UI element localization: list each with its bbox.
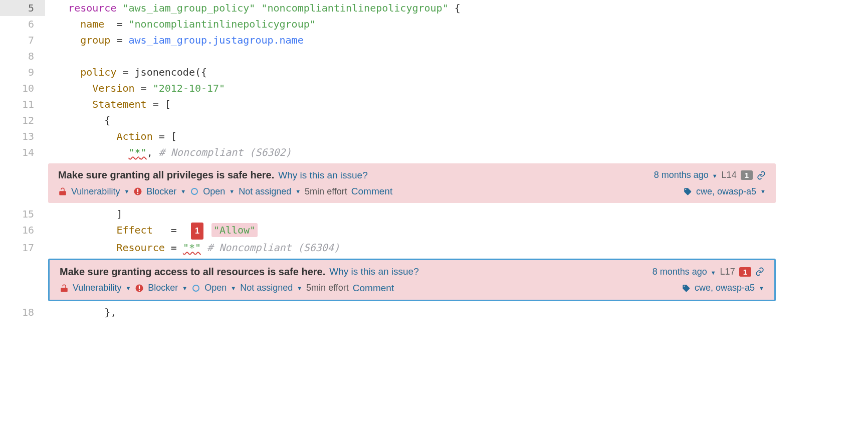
code-content: Action = [ [45,128,868,144]
permalink-icon[interactable] [757,171,766,180]
issue-comment-link[interactable]: Comment [353,283,394,294]
code-line: 5 resource "aws_iam_group_policy" "nonco… [0,0,868,16]
chevron-down-icon: ▼ [125,285,131,291]
line-number: 18 [0,304,45,320]
svg-rect-2 [137,193,138,194]
code-content: policy = jsonencode({ [45,64,868,80]
line-number: 15 [0,206,45,222]
permalink-icon[interactable] [755,267,764,276]
svg-point-7 [193,285,199,291]
token-string: "*" [129,146,147,158]
open-status-icon [191,284,200,293]
line-number: 7 [0,32,45,48]
chevron-down-icon: ▼ [295,188,301,194]
code-content: "*", # Noncompliant (S6302) [45,144,868,160]
unlock-icon [58,187,67,196]
code-content: name = "noncompliantinlinepolicygroup" [45,16,868,32]
issue-assignee-dropdown[interactable]: Not assigned▼ [240,283,302,293]
issue-meta-row: Vulnerability▼ Blocker▼ Open▼ Not assign… [58,186,766,197]
chevron-down-icon: ▼ [712,173,718,179]
svg-rect-1 [137,189,138,192]
issue-header-row: Make sure granting access to all resourc… [60,266,764,278]
code-line: 7 group = aws_iam_group.justagroup.name [0,32,868,48]
issue-severity-dropdown[interactable]: Blocker▼ [146,186,186,197]
code-line: 15 ] [0,206,868,222]
issue-line: L14 [722,170,737,180]
token-string: "*" [183,242,201,254]
code-line: 12 { [0,112,868,128]
code-line: 10 Version = "2012-10-17" [0,80,868,96]
token-keyword: resource [68,2,116,14]
svg-rect-6 [139,290,140,291]
issue-meta-row: Vulnerability▼ Blocker▼ Open▼ Not assign… [60,283,764,294]
blocker-icon [135,284,144,293]
code-line: 11 Statement = [ [0,96,868,112]
issue-status-dropdown[interactable]: Open▼ [203,186,235,197]
token-attr: Action [116,130,152,142]
line-number: 5 [0,0,45,16]
issue-why-link[interactable]: Why is this an issue? [329,266,418,277]
code-line: 17 Resource = "*" # Noncompliant (S6304) [0,240,868,256]
issue-severity-dropdown[interactable]: Blocker▼ [148,283,187,293]
code-line: 16 Effect = 1 "Allow" [0,222,868,240]
issue-box[interactable]: Make sure granting all privileges is saf… [48,163,776,203]
line-number: 12 [0,112,45,128]
token-comment: # Noncompliant (S6302) [159,146,292,158]
chevron-down-icon: ▼ [182,285,187,291]
token-attr: name [80,18,104,30]
token-string: "noncompliantinlinepolicygroup" [129,18,316,30]
token-brace: { [449,2,461,14]
chevron-down-icon: ▼ [759,285,764,291]
token-comment: # Noncompliant (S6304) [207,242,340,254]
issue-why-link[interactable]: Why is this an issue? [278,170,367,181]
code-content: Version = "2012-10-17" [45,80,868,96]
line-number: 16 [0,222,45,238]
issue-type-dropdown[interactable]: Vulnerability▼ [73,283,131,293]
chevron-down-icon: ▼ [297,285,302,291]
issue-title: Make sure granting access to all resourc… [60,266,325,278]
code-content: { [45,112,868,128]
issue-title: Make sure granting all privileges is saf… [58,169,274,181]
unlock-icon [60,284,69,293]
issue-tags-dropdown[interactable]: cwe, owasp-a5▼ [696,186,766,197]
issue-line: L17 [720,267,735,277]
chevron-down-icon: ▼ [760,188,766,194]
issue-assignee-dropdown[interactable]: Not assigned▼ [239,186,301,197]
issue-comment-link[interactable]: Comment [351,186,392,197]
token-brace: ] [116,208,122,220]
line-number: 9 [0,64,45,80]
issue-status-dropdown[interactable]: Open▼ [204,283,236,293]
line-number: 6 [0,16,45,32]
line-number: 8 [0,48,45,64]
token-attr: Version [92,82,134,94]
token-brace: { [104,114,110,126]
svg-point-3 [191,188,197,194]
issue-age-dropdown[interactable]: 8 months ago ▼ [653,267,716,277]
code-content: Resource = "*" # Noncompliant (S6304) [45,240,868,256]
chevron-down-icon: ▼ [180,188,186,194]
token-attr: Effect [116,224,152,236]
issue-effort: 5min effort [305,186,347,197]
code-line: 6 name = "noncompliantinlinepolicygroup" [0,16,868,32]
code-content: Statement = [ [45,96,868,112]
issue-box[interactable]: Make sure granting access to all resourc… [48,259,776,301]
secondary-location-badge[interactable]: 1 [191,223,203,240]
issue-age-dropdown[interactable]: 8 months ago ▼ [654,170,718,180]
token-string: "Allow" [211,223,258,237]
line-number: 14 [0,144,45,160]
code-content: ] [45,206,868,222]
code-content [45,48,868,64]
code-line: 13 Action = [ [0,128,868,144]
token-attr: Resource [116,242,164,254]
issue-tags-dropdown[interactable]: cwe, owasp-a5▼ [695,283,764,293]
issue-type-dropdown[interactable]: Vulnerability▼ [71,186,129,197]
issue-header-row: Make sure granting all privileges is saf… [58,169,766,181]
code-content: Effect = 1 "Allow" [45,222,868,240]
code-content: resource "aws_iam_group_policy" "noncomp… [45,0,868,16]
code-line: 9 policy = jsonencode({ [0,64,868,80]
code-line: 8 [0,48,868,64]
token-ref: aws_iam_group.justagroup.name [129,34,304,46]
token-attr: group [80,34,110,46]
token-brace: }, [104,306,116,318]
token-string: "aws_iam_group_policy" [122,2,255,14]
